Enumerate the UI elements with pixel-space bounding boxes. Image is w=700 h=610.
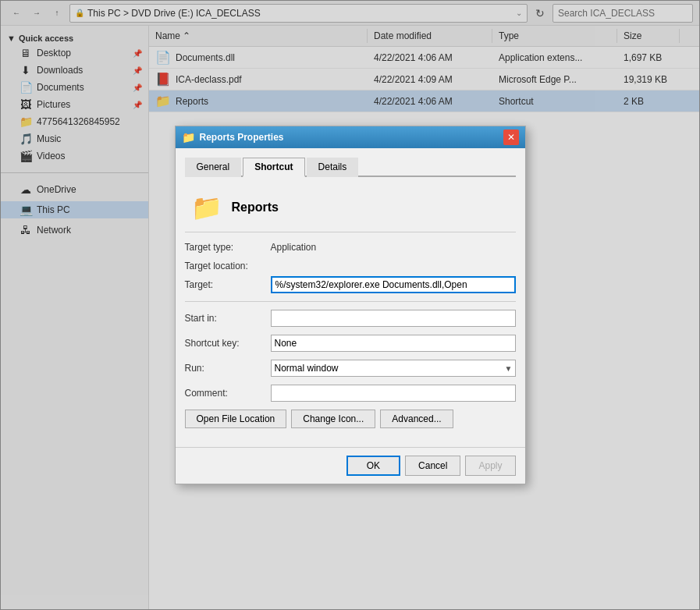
target-location-label: Target location: bbox=[185, 261, 271, 271]
run-select-wrapper: Normal windowMinimizedMaximized ▼ bbox=[271, 360, 516, 377]
properties-dialog: 📁 Reports Properties ✕ General Shortcut … bbox=[175, 126, 526, 484]
comment-label: Comment: bbox=[185, 388, 271, 399]
start-in-label: Start in: bbox=[185, 313, 271, 324]
shortcut-key-label: Shortcut key: bbox=[185, 338, 271, 349]
change-icon-button[interactable]: Change Icon... bbox=[291, 410, 375, 428]
dialog-tabs: General Shortcut Details bbox=[185, 158, 516, 177]
shortcut-key-input[interactable] bbox=[271, 335, 516, 352]
tab-shortcut[interactable]: Shortcut bbox=[243, 158, 304, 177]
dialog-footer: OK Cancel Apply bbox=[176, 447, 525, 484]
dialog-title-bar: 📁 Reports Properties ✕ bbox=[176, 126, 525, 148]
tab-details[interactable]: Details bbox=[307, 158, 359, 177]
dialog-overlay: 📁 Reports Properties ✕ General Shortcut … bbox=[0, 0, 700, 610]
target-location-row: Target location: bbox=[185, 261, 516, 271]
target-type-row: Target type: Application bbox=[185, 242, 516, 253]
open-file-location-button[interactable]: Open File Location bbox=[185, 410, 287, 428]
dialog-close-button[interactable]: ✕ bbox=[503, 129, 519, 145]
run-row: Run: Normal windowMinimizedMaximized ▼ bbox=[185, 360, 516, 377]
dialog-title-label: Reports Properties bbox=[200, 132, 284, 143]
shortcut-large-icon: 📁 bbox=[191, 193, 222, 222]
target-row: Target: bbox=[185, 276, 516, 293]
shortcut-header: 📁 Reports bbox=[185, 186, 516, 232]
dialog-title-text: 📁 Reports Properties bbox=[182, 131, 503, 144]
cancel-button[interactable]: Cancel bbox=[405, 456, 460, 476]
advanced-button[interactable]: Advanced... bbox=[380, 410, 453, 428]
target-type-value: Application bbox=[271, 242, 317, 253]
comment-row: Comment: bbox=[185, 385, 516, 402]
dialog-action-buttons: Open File Location Change Icon... Advanc… bbox=[185, 410, 516, 428]
start-in-input[interactable] bbox=[271, 310, 516, 327]
run-label: Run: bbox=[185, 363, 271, 374]
target-input[interactable] bbox=[271, 276, 516, 293]
dialog-body: General Shortcut Details 📁 Reports Targe… bbox=[176, 148, 525, 447]
dialog-title-icon: 📁 bbox=[182, 131, 195, 144]
tab-general[interactable]: General bbox=[185, 158, 242, 177]
run-select[interactable]: Normal windowMinimizedMaximized bbox=[271, 360, 516, 377]
shortcut-key-row: Shortcut key: bbox=[185, 335, 516, 352]
target-label: Target: bbox=[185, 279, 271, 290]
ok-button[interactable]: OK bbox=[346, 456, 400, 476]
shortcut-name-label: Reports bbox=[232, 200, 279, 215]
comment-input[interactable] bbox=[271, 385, 516, 402]
start-in-row: Start in: bbox=[185, 310, 516, 327]
apply-button[interactable]: Apply bbox=[465, 456, 515, 476]
target-type-label: Target type: bbox=[185, 242, 271, 253]
